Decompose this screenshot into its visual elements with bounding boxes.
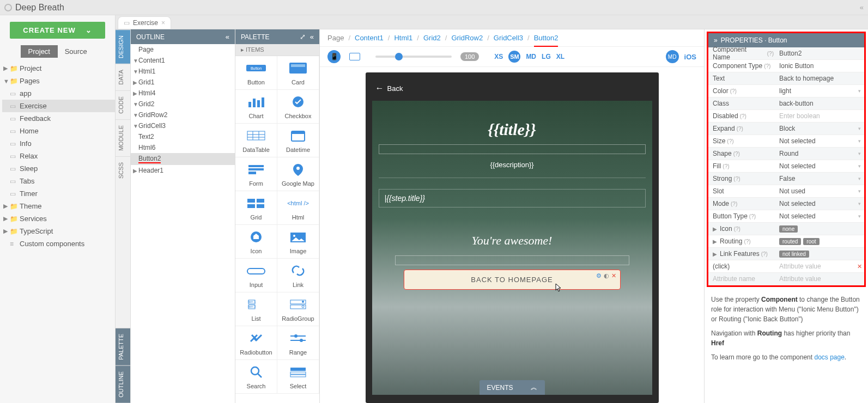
- vtab-outline[interactable]: OUTLINE: [116, 365, 130, 403]
- palette-item-icon[interactable]: Icon: [235, 225, 277, 259]
- bp-xs[interactable]: XS: [494, 53, 503, 60]
- expand-icon[interactable]: ▶: [3, 228, 10, 235]
- prop-row-fill[interactable]: Fill(?)Not selected▾: [708, 160, 864, 173]
- collapse-icon[interactable]: «: [226, 33, 229, 41]
- expand-icon[interactable]: ▶: [3, 65, 10, 72]
- prop-value[interactable]: Not used▾: [774, 187, 864, 195]
- slider-knob[interactable]: [395, 53, 403, 60]
- prop-row-attribute-name[interactable]: Attribute nameAttribute value: [708, 273, 864, 285]
- outline-item-grid1[interactable]: ▶Grid1: [131, 77, 235, 88]
- back-label[interactable]: Back: [387, 84, 403, 93]
- tree-item-pages[interactable]: ▼📁Pages: [2, 75, 115, 87]
- prop-value[interactable]: routedroot: [774, 238, 864, 245]
- palette-item-search[interactable]: Search: [235, 360, 277, 394]
- prop-row-expand[interactable]: Expand(?)Block▾: [708, 123, 864, 135]
- dropdown-icon[interactable]: ▾: [858, 163, 861, 169]
- palette-item-grid[interactable]: Grid: [235, 191, 277, 225]
- tree-item-sleep[interactable]: ▭Sleep: [2, 162, 115, 175]
- palette-item-button[interactable]: ButtonButton: [235, 56, 277, 90]
- palette-item-input[interactable]: Input: [235, 259, 277, 292]
- prop-value[interactable]: Enter boolean: [774, 112, 864, 120]
- prop-row-button-type[interactable]: Button Type(?)Not selected▾: [708, 210, 864, 223]
- breadcrumb-gridrow2[interactable]: GridRow2: [451, 34, 483, 42]
- tab-project[interactable]: Project: [21, 45, 58, 58]
- prop-row-size[interactable]: Size(?)Not selected▾: [708, 135, 864, 148]
- dropdown-icon[interactable]: ▾: [858, 176, 861, 181]
- help-icon[interactable]: (?): [744, 239, 750, 245]
- breadcrumb-button2[interactable]: Button2: [534, 34, 559, 42]
- prop-value[interactable]: Button2: [774, 50, 864, 57]
- outline-item-text2[interactable]: Text2: [131, 131, 235, 142]
- tree-item-app[interactable]: ▭app: [2, 87, 115, 100]
- expand-icon[interactable]: ▶: [3, 215, 10, 222]
- breadcrumb-html1[interactable]: Html1: [394, 34, 412, 42]
- palette-item-card[interactable]: Card: [277, 56, 319, 90]
- prop-value[interactable]: Not selected▾: [774, 212, 864, 220]
- tree-item-theme[interactable]: ▶📁Theme: [2, 200, 115, 212]
- bp-sm[interactable]: SM: [508, 51, 520, 63]
- tree-item-feedback[interactable]: ▭Feedback: [2, 112, 115, 125]
- help-icon[interactable]: (?): [737, 126, 743, 132]
- palette-item-form[interactable]: Form: [235, 157, 277, 191]
- help-icon[interactable]: (?): [733, 176, 740, 182]
- prop-value[interactable]: Not selected▾: [774, 200, 864, 207]
- palette-item-link[interactable]: Link: [277, 259, 319, 292]
- tree-item-services[interactable]: ▶📁Services: [2, 212, 115, 225]
- prop-row-routing[interactable]: ▶Routing(?)routedroot: [708, 235, 864, 248]
- tree-item-info[interactable]: ▭Info: [2, 137, 115, 150]
- create-new-button[interactable]: CREATE NEW ⌄: [10, 22, 105, 39]
- prop-row-class[interactable]: Classback-button: [708, 97, 864, 110]
- prop-row--click-[interactable]: (click)Attribute value✕: [708, 260, 864, 273]
- help-icon[interactable]: (?): [740, 113, 746, 119]
- outline-item-button2[interactable]: Button2: [131, 153, 235, 165]
- prop-value[interactable]: Back to homepage: [774, 75, 864, 82]
- palette-item-chart[interactable]: Chart: [235, 90, 277, 124]
- platform-ios[interactable]: iOS: [684, 53, 696, 61]
- expand-icon[interactable]: ▼: [133, 58, 138, 64]
- vtab-code[interactable]: CODE: [116, 90, 130, 119]
- help-icon[interactable]: (?): [761, 251, 768, 257]
- expand-icon[interactable]: ▶: [133, 168, 138, 174]
- help-icon[interactable]: (?): [731, 201, 737, 207]
- prop-value[interactable]: Attribute value: [774, 275, 864, 283]
- expand-icon[interactable]: ▼: [133, 123, 138, 129]
- palette-item-datatable[interactable]: DataTable: [235, 124, 277, 157]
- expand-icon[interactable]: ▼: [133, 101, 138, 107]
- tree-item-relax[interactable]: ▭Relax: [2, 150, 115, 162]
- preview-wrap[interactable]: ← Back {{title}} {{description}} |{{step…: [320, 67, 704, 403]
- tree-item-typescript[interactable]: ▶📁TypeScript: [2, 225, 115, 237]
- prop-value[interactable]: Ionic Button: [774, 62, 864, 70]
- expand-icon[interactable]: ▶: [133, 80, 138, 86]
- tree-item-home[interactable]: ▭Home: [2, 125, 115, 137]
- dropdown-icon[interactable]: ▾: [858, 151, 861, 156]
- prop-value[interactable]: Attribute value✕: [774, 262, 864, 270]
- prop-value[interactable]: back-button: [774, 100, 864, 107]
- palette-item-radiogroup[interactable]: RadioGroup: [277, 292, 319, 326]
- collapse-toggle-icon[interactable]: «: [860, 3, 864, 11]
- palette-item-list[interactable]: Item 1Item 2List: [235, 292, 277, 326]
- expand-icon[interactable]: ⤢: [300, 33, 306, 41]
- vtab-scss[interactable]: SCSS: [116, 156, 130, 184]
- outline-item-html4[interactable]: ▶Html4: [131, 88, 235, 99]
- back-arrow-icon[interactable]: ←: [375, 83, 384, 93]
- help-icon[interactable]: (?): [734, 226, 740, 232]
- vtab-module[interactable]: MODULE: [116, 119, 130, 156]
- vtab-design[interactable]: DESIGN: [116, 29, 130, 64]
- dropdown-icon[interactable]: ▾: [858, 138, 861, 144]
- prop-value[interactable]: Block▾: [774, 125, 864, 132]
- vtab-palette[interactable]: PALETTE: [116, 328, 130, 365]
- breadcrumb-page[interactable]: Page: [327, 34, 344, 42]
- expand-icon[interactable]: ▼: [133, 112, 138, 118]
- platform-md[interactable]: MD: [666, 50, 679, 63]
- prop-row-component-name[interactable]: Component Name(?)Button2: [708, 47, 864, 60]
- bp-md[interactable]: MD: [526, 53, 536, 60]
- outline-item-content1[interactable]: ▼Content1: [131, 55, 235, 66]
- prop-row-component-type[interactable]: Component Type(?)Ionic Button: [708, 60, 864, 72]
- outline-item-html6[interactable]: Html6: [131, 142, 235, 153]
- expand-icon[interactable]: ▶: [713, 239, 717, 245]
- prop-value[interactable]: False▾: [774, 175, 864, 182]
- width-slider[interactable]: [375, 56, 452, 58]
- palette-item-range[interactable]: Range: [277, 326, 319, 360]
- expand-icon[interactable]: ▶: [133, 90, 138, 96]
- prop-value[interactable]: Not selected▾: [774, 162, 864, 170]
